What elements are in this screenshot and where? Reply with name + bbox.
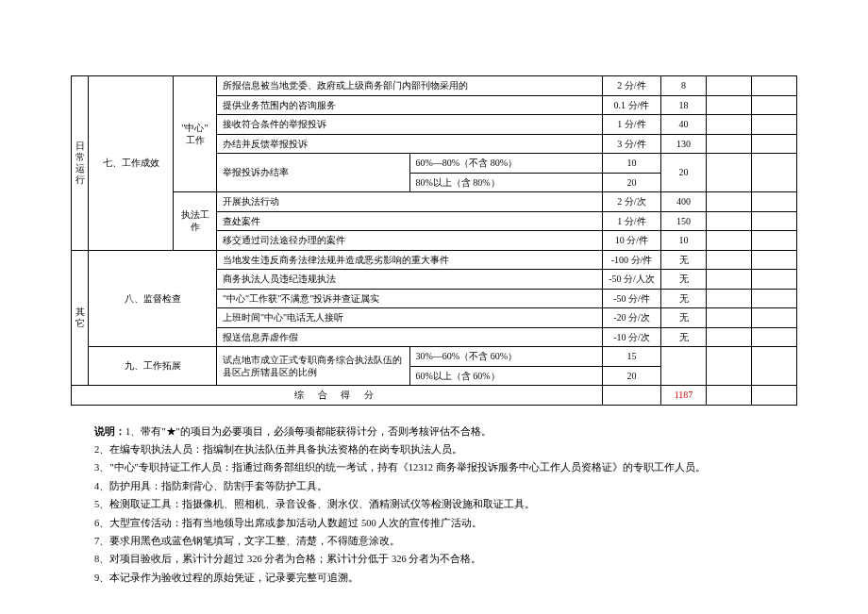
blank-cell [707, 95, 752, 115]
blank-cell [752, 231, 797, 251]
blank-cell [707, 76, 752, 96]
note-line: 8、对项目验收后，累计计分超过 326 分者为合格；累计计分低于 326 分者为… [94, 550, 797, 568]
item-count: 40 [661, 115, 707, 135]
notes-section: 说明：1、带有"★"的项目为必要项目，必须每项都能获得计分，否则考核评估不合格。… [0, 415, 868, 588]
blank-cell [707, 211, 752, 231]
evaluation-table-container: 日 常 运 行 七、工作成效 "中心" 工作 所报信息被当地党委、政府或上级商务… [0, 0, 868, 415]
blank-cell [752, 192, 797, 212]
item-score: 20 [603, 366, 661, 386]
item-desc: 试点地市成立正式专职商务综合执法队伍的县区占所辖县区的比例 [217, 347, 410, 386]
item-count: 130 [661, 134, 707, 154]
item-count: 无 [661, 327, 707, 347]
blank-cell [603, 386, 661, 406]
note-line: 5、检测取证工具：指摄像机、照相机、录音设备、测水仪、酒精测试仪等检测设施和取证… [94, 495, 797, 513]
item-score: 1 分/件 [603, 211, 661, 231]
item-count: 10 [661, 231, 707, 251]
blank-cell [752, 134, 797, 154]
item-sub: 30%—60%（不含 60%） [409, 347, 603, 367]
item-score: 10 [603, 154, 661, 174]
item-score: -10 分/次 [603, 327, 661, 347]
item-count: 无 [661, 289, 707, 308]
blank-cell [752, 347, 797, 386]
item-count: 无 [661, 250, 707, 270]
note-line: 9、本记录作为验收过程的原始凭证，记录要完整可追溯。 [94, 569, 797, 587]
item-desc: 开展执法行动 [217, 192, 603, 212]
blank-cell [707, 154, 752, 192]
blank-cell [752, 211, 797, 231]
blank-cell [707, 386, 752, 406]
section-7: 七、工作成效 [89, 76, 174, 251]
blank-cell [707, 289, 752, 308]
item-sub: 80%以上（含 80%） [409, 173, 603, 192]
blank-cell [707, 347, 752, 386]
subcol-center-work: "中心" 工作 [174, 76, 217, 192]
blank-cell [661, 347, 707, 386]
blank-cell [752, 76, 797, 96]
item-desc: 提供业务范围内的咨询服务 [217, 95, 603, 115]
item-desc: 查处案件 [217, 211, 603, 231]
note-line: 2、在编专职执法人员：指编制在执法队伍并具备执法资格的在岗专职执法人员。 [94, 440, 797, 458]
blank-cell [752, 250, 797, 270]
item-count: 18 [661, 95, 707, 115]
blank-cell [752, 115, 797, 135]
item-count: 无 [661, 308, 707, 328]
item-desc: "中心"工作获"不满意"投诉并查证属实 [217, 289, 603, 308]
item-desc: 所报信息被当地党委、政府或上级商务部门内部刊物采用的 [217, 76, 603, 96]
note-line: 说明：1、带有"★"的项目为必要项目，必须每项都能获得计分，否则考核评估不合格。 [94, 423, 797, 440]
item-desc: 报送信息弄虚作假 [217, 327, 603, 347]
notes-label: 说明： [94, 426, 125, 437]
item-score: 0.1 分/件 [603, 95, 661, 115]
item-score: 10 分/件 [603, 231, 661, 251]
evaluation-table: 日 常 运 行 七、工作成效 "中心" 工作 所报信息被当地党委、政府或上级商务… [71, 75, 797, 406]
item-desc: 办结并反馈举报投诉 [217, 134, 603, 154]
note-line: 3、"中心"专职持证工作人员：指通过商务部组织的统一考试，持有《12312 商务… [94, 458, 797, 476]
item-score: 3 分/件 [603, 134, 661, 154]
item-desc: 上班时间"中心"电话无人接听 [217, 308, 603, 328]
blank-cell [752, 154, 797, 192]
subcol-law-enforcement: 执法工作 [174, 192, 217, 251]
item-sub: 60%以上（含 60%） [409, 366, 603, 386]
note-line: 7、要求用黑色或蓝色钢笔填写，文字工整、清楚，不得随意涂改。 [94, 532, 797, 550]
blank-cell [707, 115, 752, 135]
item-desc: 举报投诉办结率 [217, 154, 410, 192]
item-count: 150 [661, 211, 707, 231]
group-daily-operation: 日 常 运 行 [72, 76, 89, 251]
blank-cell [707, 308, 752, 328]
item-sub: 60%—80%（不含 80%） [409, 154, 603, 174]
item-score: -50 分/件 [603, 289, 661, 308]
blank-cell [752, 308, 797, 328]
item-count: 20 [661, 154, 707, 192]
item-count: 8 [661, 76, 707, 96]
total-label: 综 合 得 分 [72, 386, 603, 406]
blank-cell [752, 289, 797, 308]
table-row: 日 常 运 行 七、工作成效 "中心" 工作 所报信息被当地党委、政府或上级商务… [72, 76, 797, 96]
item-count: 无 [661, 270, 707, 290]
table-row: 执法工作 开展执法行动 2 分/次 400 [72, 192, 797, 212]
total-row: 综 合 得 分 1187 [72, 386, 797, 406]
item-score: -50 分/人次 [603, 270, 661, 290]
blank-cell [707, 134, 752, 154]
section-8: 八、监督检查 [89, 250, 217, 347]
item-score: 20 [603, 173, 661, 192]
blank-cell [707, 231, 752, 251]
blank-cell [752, 386, 797, 406]
blank-cell [707, 327, 752, 347]
item-score: 2 分/次 [603, 192, 661, 212]
blank-cell [707, 250, 752, 270]
section-9: 九、工作拓展 [89, 347, 217, 386]
item-score: 15 [603, 347, 661, 367]
table-row: 九、工作拓展 试点地市成立正式专职商务综合执法队伍的县区占所辖县区的比例 30%… [72, 347, 797, 367]
total-score: 1187 [661, 386, 707, 406]
item-score: 2 分/件 [603, 76, 661, 96]
item-desc: 商务执法人员违纪违规执法 [217, 270, 603, 290]
item-desc: 移交通过司法途径办理的案件 [217, 231, 603, 251]
blank-cell [707, 192, 752, 212]
blank-cell [752, 327, 797, 347]
blank-cell [752, 95, 797, 115]
item-score: -20 分/次 [603, 308, 661, 328]
item-count: 400 [661, 192, 707, 212]
blank-cell [752, 270, 797, 290]
blank-cell [707, 270, 752, 290]
note-line: 6、大型宣传活动：指有当地领导出席或参加活动人数超过 500 人次的宣传推广活动… [94, 514, 797, 532]
table-row: 其 它 八、监督检查 当地发生违反商务法律法规并造成恶劣影响的重大事件 -100… [72, 250, 797, 270]
